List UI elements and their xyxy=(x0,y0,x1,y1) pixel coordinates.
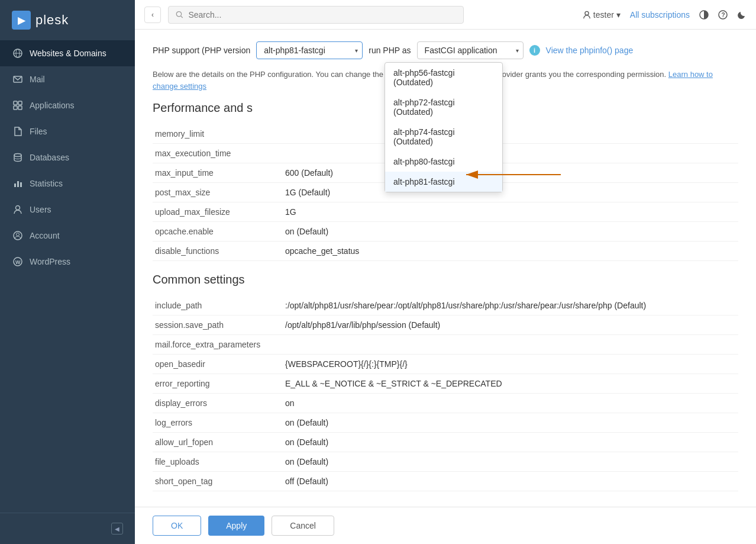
dropdown-option-php72[interactable]: alt-php72-fastcgi (Outdated) xyxy=(385,92,502,122)
setting-value: opcache_get_status xyxy=(283,242,738,261)
svg-text:?: ? xyxy=(722,12,725,18)
sidebar-item-users[interactable]: Users xyxy=(0,197,135,223)
svg-rect-4 xyxy=(14,101,17,105)
setting-value: {WEBSPACEROOT}{/}{:}{TMP}{/} xyxy=(283,355,738,374)
moon-icon xyxy=(737,10,747,20)
setting-value: 600 (Default) xyxy=(283,163,738,183)
dark-mode-button[interactable] xyxy=(737,10,747,20)
sidebar-item-wordpress[interactable]: W WordPress xyxy=(0,249,135,275)
svg-text:W: W xyxy=(15,259,21,265)
svg-point-17 xyxy=(176,11,181,16)
dropdown-option-php56[interactable]: alt-php56-fastcgi (Outdated) xyxy=(385,63,502,92)
mail-icon xyxy=(12,73,24,85)
globe-icon xyxy=(12,47,24,59)
run-php-dropdown[interactable]: FastCGI application xyxy=(417,41,524,59)
sidebar-item-label: Databases xyxy=(30,153,69,162)
table-row: disable_functions opcache_get_status xyxy=(153,242,738,261)
setting-key: memory_limit xyxy=(153,124,283,144)
setting-key: allow_url_fopen xyxy=(153,433,283,452)
svg-rect-9 xyxy=(14,184,16,187)
setting-value xyxy=(283,335,738,355)
theme-button[interactable] xyxy=(699,10,709,20)
php-support-label: PHP support (PHP version xyxy=(153,46,250,55)
setting-value xyxy=(283,124,738,144)
sidebar-item-label: Users xyxy=(30,205,51,214)
chart-icon xyxy=(12,178,24,189)
apply-button[interactable]: Apply xyxy=(208,516,264,536)
phpinfo-link[interactable]: View the phpinfo() page xyxy=(546,46,634,55)
user-menu-button[interactable]: tester ▾ xyxy=(583,10,621,20)
php-support-row: PHP support (PHP version alt-php81-fastc… xyxy=(153,41,738,59)
setting-value: 1G xyxy=(283,202,738,222)
sidebar-item-statistics[interactable]: Statistics xyxy=(0,170,135,197)
info-icon[interactable]: i xyxy=(529,45,540,56)
table-row: log_errors on (Default) xyxy=(153,413,738,433)
common-settings-heading: Common settings xyxy=(153,273,738,287)
subscriptions-button[interactable]: All subscriptions xyxy=(630,10,690,20)
content-area: PHP support (PHP version alt-php81-fastc… xyxy=(135,30,756,544)
run-php-dropdown-wrapper: FastCGI application ▾ xyxy=(417,41,524,59)
setting-value: /opt/alt/php81/var/lib/php/session (Defa… xyxy=(283,316,738,335)
table-row: upload_max_filesize 1G xyxy=(153,202,738,222)
file-icon xyxy=(12,125,24,137)
user-label: tester xyxy=(593,10,614,20)
plesk-logo-icon: ▶ xyxy=(12,11,31,30)
svg-point-19 xyxy=(585,11,589,15)
php-version-dropdown[interactable]: alt-php81-fastcgi xyxy=(256,41,363,59)
sidebar-item-websites-domains[interactable]: Websites & Domains xyxy=(0,40,135,66)
setting-key: disable_functions xyxy=(153,242,283,261)
setting-value: on xyxy=(283,394,738,413)
sidebar-item-mail[interactable]: Mail xyxy=(0,66,135,92)
setting-value xyxy=(283,144,738,163)
setting-key: session.save_path xyxy=(153,316,283,335)
sidebar-logo: ▶ plesk xyxy=(0,0,135,40)
setting-key: display_errors xyxy=(153,394,283,413)
setting-value: 1G (Default) xyxy=(283,183,738,202)
php-version-dropdown-open: alt-php56-fastcgi (Outdated) alt-php72-f… xyxy=(385,62,503,192)
setting-value: on (Default) xyxy=(283,222,738,242)
sidebar-item-applications[interactable]: Applications xyxy=(0,92,135,118)
setting-key: include_path xyxy=(153,296,283,316)
help-button[interactable]: ? xyxy=(718,10,728,20)
setting-value: on (Default) xyxy=(283,413,738,433)
main-area: ‹ tester ▾ All subscriptions ? xyxy=(135,0,756,544)
table-row: display_errors on xyxy=(153,394,738,413)
table-row: error_reporting E_ALL & ~E_NOTICE & ~E_S… xyxy=(153,374,738,394)
cancel-button[interactable]: Cancel xyxy=(272,516,334,536)
table-row: allow_url_fopen on (Default) xyxy=(153,433,738,452)
account-icon xyxy=(12,230,24,242)
search-input[interactable] xyxy=(188,10,456,20)
svg-rect-11 xyxy=(20,182,22,187)
sidebar-item-label: Statistics xyxy=(30,179,63,188)
app-icon xyxy=(12,99,24,111)
common-settings-table: include_path :/opt/alt/php81/usr/share/p… xyxy=(153,296,738,491)
sidebar-item-label: Mail xyxy=(30,75,45,84)
setting-key: mail.force_extra_parameters xyxy=(153,335,283,355)
sidebar-item-files[interactable]: Files xyxy=(0,118,135,144)
dropdown-option-php74[interactable]: alt-php74-fastcgi (Outdated) xyxy=(385,122,502,152)
setting-value: off (Default) xyxy=(283,472,738,491)
search-box[interactable] xyxy=(168,6,464,24)
setting-key: max_input_time xyxy=(153,163,283,183)
table-row: include_path :/opt/alt/php81/usr/share/p… xyxy=(153,296,738,316)
sidebar-item-account[interactable]: Account xyxy=(0,223,135,249)
ok-button[interactable]: OK xyxy=(153,516,201,536)
help-icon: ? xyxy=(718,10,728,20)
nav-back-button[interactable]: ‹ xyxy=(144,7,161,23)
sidebar: ▶ plesk Websites & Domains Mail Applicat… xyxy=(0,0,135,544)
sidebar-item-databases[interactable]: Databases xyxy=(0,144,135,170)
sidebar-item-label: Account xyxy=(30,231,60,240)
wordpress-icon: W xyxy=(12,256,24,268)
sidebar-logo-text: plesk xyxy=(35,12,69,28)
setting-key: short_open_tag xyxy=(153,472,283,491)
setting-value: on (Default) xyxy=(283,452,738,472)
header-right: tester ▾ All subscriptions ? xyxy=(583,10,747,20)
collapse-icon[interactable]: ◀ xyxy=(111,523,123,535)
setting-key: file_uploads xyxy=(153,452,283,472)
table-row: short_open_tag off (Default) xyxy=(153,472,738,491)
dropdown-option-php80[interactable]: alt-php80-fastcgi xyxy=(385,152,502,172)
subscriptions-label: All subscriptions xyxy=(630,10,690,20)
setting-key: upload_max_filesize xyxy=(153,202,283,222)
setting-key: log_errors xyxy=(153,413,283,433)
dropdown-option-php81[interactable]: alt-php81-fastcgi xyxy=(385,172,502,192)
